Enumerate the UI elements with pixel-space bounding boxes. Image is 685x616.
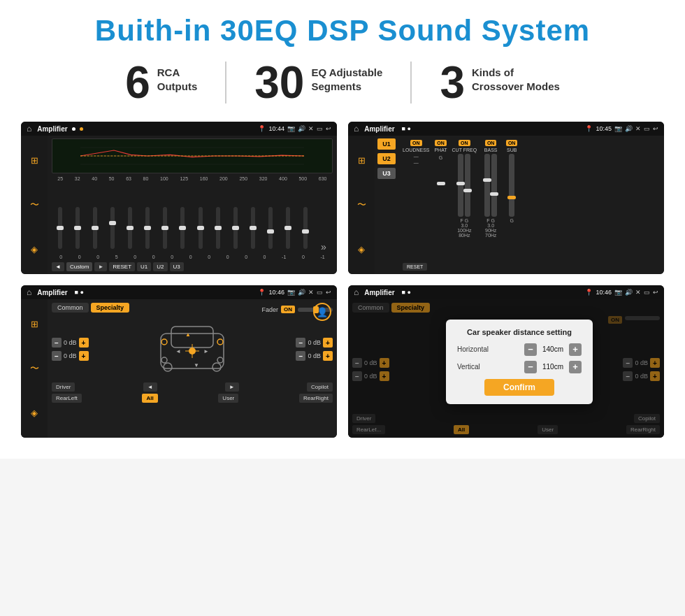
stat-crossover: 3 Kinds of Crossover Modes [412, 60, 587, 105]
sp-filter-icon[interactable]: ⊞ [31, 319, 38, 329]
cross-u3-button[interactable]: U3 [377, 168, 396, 179]
sp-rearleft-button[interactable]: RearLeft [52, 394, 82, 403]
cutfreq-on-badge[interactable]: ON [459, 140, 470, 146]
sp-fader-on-button[interactable]: ON [281, 306, 295, 313]
sp-ch-plus-2[interactable]: + [79, 351, 89, 361]
cutfreq-slider-g[interactable] [465, 154, 470, 217]
cross-back-icon[interactable]: ↩ [653, 125, 658, 132]
eq-slider-6[interactable] [145, 203, 150, 252]
dialog-title: Car speaker distance setting [457, 328, 582, 336]
sp-location-icon: 📍 [258, 289, 266, 296]
sp-ch-plus-r2[interactable]: + [323, 351, 333, 361]
eq-speaker-icon[interactable]: ◈ [31, 244, 38, 255]
eq-slider-8[interactable] [180, 203, 185, 252]
sp-speaker-icon[interactable]: ◈ [31, 408, 38, 418]
sp-tab-common[interactable]: Common [52, 303, 89, 313]
back-icon[interactable]: ↩ [326, 125, 331, 132]
eq-sidebar: ⊞ 〜 ◈ [21, 136, 48, 274]
sp-back-icon[interactable]: ↩ [326, 289, 331, 296]
eq-preset-custom[interactable]: Custom [66, 262, 93, 271]
eq-body: ⊞ 〜 ◈ [21, 136, 337, 274]
sub-slider[interactable] [509, 154, 514, 217]
sp-home-icon[interactable]: ⌂ [27, 287, 31, 297]
sub-on-badge[interactable]: ON [506, 140, 518, 146]
vertical-minus-button[interactable]: − [524, 361, 537, 373]
cross-home-icon[interactable]: ⌂ [354, 124, 359, 134]
eq-slider-4[interactable] [110, 203, 115, 252]
sp-arrow-right-button[interactable]: ► [225, 382, 239, 392]
sp-tab-specialty[interactable]: Specialty [91, 303, 130, 313]
sp-ch-left-2: − 0 dB + [52, 351, 89, 361]
svg-text:◄: ◄ [175, 348, 181, 354]
sp-arrow-left-button[interactable]: ◄ [143, 382, 157, 392]
eq-freq-labels: 25 32 40 50 63 80 100 125 160 200 250 32… [52, 176, 333, 181]
eq-slider-10[interactable] [216, 203, 220, 252]
dlg-home-icon[interactable]: ⌂ [354, 287, 359, 297]
sp-avatar-icon[interactable]: 👤 [313, 303, 331, 321]
eq-slider-5[interactable] [128, 203, 132, 252]
home-icon[interactable]: ⌂ [27, 124, 31, 134]
cross-filter-icon[interactable]: ⊞ [358, 155, 366, 166]
sp-tabs: Common Specialty [52, 303, 129, 313]
eq-play-button[interactable]: ► [94, 262, 107, 271]
sp-bottom-bar: Driver ◄ ► Copilot [52, 382, 333, 392]
eq-u1-button[interactable]: U1 [137, 262, 151, 271]
sp-car-layout: − 0 dB + − 0 dB + [52, 320, 333, 379]
eq-bottom-bar: ◄ Custom ► RESET U1 U2 U3 [52, 262, 333, 271]
bass-on-badge[interactable]: ON [485, 140, 497, 146]
sp-user-button[interactable]: User [218, 394, 238, 403]
dialog-overlay: Car speaker distance setting Horizontal … [375, 285, 664, 438]
bass-slider-f[interactable] [484, 154, 490, 217]
sp-ch-minus-r2[interactable]: − [296, 351, 305, 361]
sp-wave-icon[interactable]: 〜 [30, 362, 39, 375]
distance-dialog: Car speaker distance setting Horizontal … [446, 320, 593, 404]
eq-slider-14[interactable] [286, 203, 290, 252]
sp-ch-plus-r1[interactable]: + [323, 338, 333, 348]
cross-u2-button[interactable]: U2 [377, 153, 396, 164]
horizontal-stepper: − 140cm + [524, 343, 582, 356]
eq-sliders: » [52, 183, 333, 252]
eq-filter-icon[interactable]: ⊞ [31, 155, 38, 166]
cross-u1-button[interactable]: U1 [377, 138, 396, 150]
page-title: Buith-in 30EQ DSP Sound System [21, 14, 664, 48]
sp-copilot-button[interactable]: Copilot [307, 382, 333, 392]
bass-slider-g[interactable] [491, 154, 497, 217]
confirm-button[interactable]: Confirm [484, 379, 554, 396]
loudness-on-badge[interactable]: ON [410, 140, 422, 146]
eq-slider-7[interactable] [163, 203, 167, 252]
eq-reset-button[interactable]: RESET [109, 262, 135, 271]
eq-slider-15[interactable] [303, 203, 308, 252]
screenshots-grid: ⌂ Amplifier 📍 10:44 📷 🔊 ✕ ▭ ↩ ⊞ 〜 [21, 122, 664, 438]
eq-values: 0 0 0 5 0 0 0 0 0 0 0 0 -1 0 -1 [52, 255, 333, 259]
sp-ch-minus-1[interactable]: − [52, 338, 62, 348]
sp-ch-minus-2[interactable]: − [52, 351, 62, 361]
eq-slider-3[interactable] [93, 203, 97, 252]
sp-ch-plus-1[interactable]: + [79, 338, 89, 348]
cross-speaker-icon[interactable]: ◈ [358, 244, 365, 255]
sp-driver-button[interactable]: Driver [52, 382, 75, 392]
eq-slider-1[interactable] [58, 203, 62, 252]
sp-ch-val-r1: 0 dB [308, 339, 321, 346]
eq-u2-button[interactable]: U2 [153, 262, 167, 271]
sp-right-channels: − 0 dB + − 0 dB + [296, 338, 333, 361]
eq-slider-11[interactable] [233, 203, 238, 252]
eq-slider-2[interactable] [75, 203, 80, 252]
sp-rearright-button[interactable]: RearRight [299, 394, 333, 403]
horizontal-plus-button[interactable]: + [569, 343, 582, 356]
vertical-plus-button[interactable]: + [569, 361, 582, 373]
eq-slider-12[interactable] [251, 203, 255, 252]
sp-title: Amplifier [37, 289, 67, 296]
horizontal-minus-button[interactable]: − [524, 343, 537, 356]
cross-reset-button[interactable]: RESET [403, 263, 427, 271]
cutfreq-slider-f[interactable] [458, 154, 463, 217]
eq-scroll-right[interactable]: » [321, 241, 326, 252]
cross-wave-icon[interactable]: 〜 [357, 199, 366, 211]
sp-all-button[interactable]: All [142, 394, 157, 403]
eq-wave-icon[interactable]: 〜 [30, 199, 39, 211]
eq-slider-9[interactable] [199, 203, 203, 252]
eq-prev-button[interactable]: ◄ [52, 262, 64, 271]
phat-on-badge[interactable]: ON [435, 140, 447, 146]
eq-u3-button[interactable]: U3 [170, 262, 184, 271]
eq-slider-13[interactable] [268, 203, 273, 252]
sp-ch-minus-r1[interactable]: − [296, 338, 305, 348]
